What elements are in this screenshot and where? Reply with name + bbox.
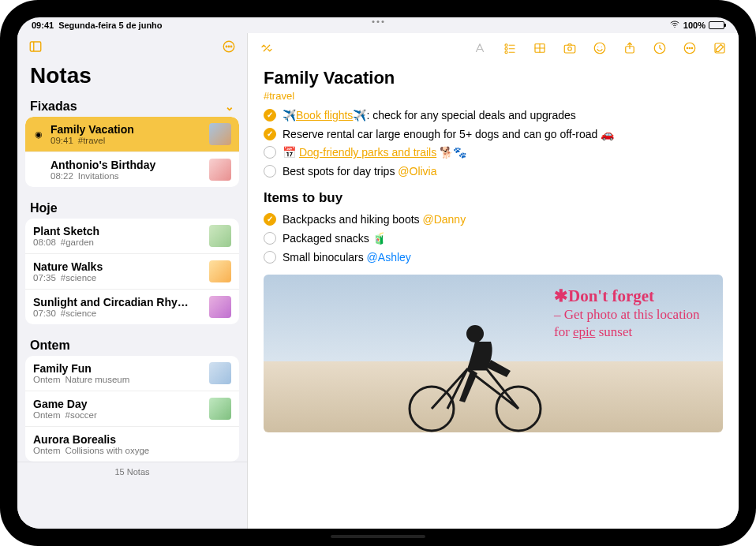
checkbox-icon[interactable] [264, 165, 276, 178]
svg-point-28 [466, 325, 484, 342]
note-tag[interactable]: #travel [264, 90, 723, 102]
wifi-icon [669, 19, 680, 32]
section-header-today: Hoje [17, 196, 247, 219]
note-title: Nature Walks [33, 260, 203, 273]
svg-rect-16 [564, 45, 575, 53]
check-item[interactable]: 📅 Dog-friendly parks and trails 🐕🐾 [264, 144, 723, 163]
section-header-pinned[interactable]: Fixadas ⌄ [17, 95, 247, 117]
note-thumbnail [209, 159, 231, 181]
svg-point-18 [594, 43, 605, 54]
note-row[interactable]: Plant Sketch 08:08#garden [25, 219, 239, 254]
handwritten-annotation: ✱Don't forget – Get photo at this locati… [554, 286, 712, 340]
note-title: Plant Sketch [33, 225, 203, 237]
mention-ashley[interactable]: @Ashley [367, 251, 411, 264]
check-item[interactable]: Packaged snacks 🧃 [264, 230, 723, 249]
battery-percent: 100% [683, 21, 705, 30]
checkbox-icon[interactable] [264, 232, 276, 245]
checklist-icon[interactable] [502, 40, 518, 56]
section-header-label: Hoje [30, 201, 58, 215]
multitask-pill[interactable] [372, 21, 384, 23]
svg-point-6 [230, 46, 232, 47]
camera-icon[interactable] [562, 40, 578, 56]
chevron-down-icon: ⌄ [225, 100, 234, 113]
note-title: Family Vacation [51, 123, 203, 136]
svg-rect-1 [30, 42, 41, 51]
checkbox-icon[interactable] [264, 146, 276, 159]
svg-point-5 [228, 46, 230, 47]
checkbox-icon[interactable] [264, 251, 276, 264]
checklist-travel: ✈️Book flights✈️: check for any special … [264, 107, 723, 181]
svg-point-4 [226, 46, 227, 47]
note-row[interactable]: Aurora Borealis OntemCollisions with oxy… [25, 427, 239, 462]
note-thumbnail [209, 296, 231, 318]
cyclist-silhouette [392, 298, 558, 432]
svg-point-11 [505, 51, 507, 54]
format-text-icon[interactable] [472, 40, 488, 56]
note-title: Sunlight and Circadian Rhy… [33, 296, 203, 309]
note-row[interactable]: Nature Walks 07:35#science [25, 254, 239, 290]
note-title: Game Day [33, 398, 203, 410]
note-thumbnail [209, 260, 231, 282]
note-subtitle: #travel [78, 136, 106, 145]
note-title: Anthonio's Birthday [51, 159, 203, 171]
more-icon[interactable] [682, 40, 698, 56]
svg-point-7 [505, 44, 507, 47]
mention-olivia[interactable]: @Olivia [398, 165, 436, 178]
checkbox-icon[interactable] [264, 128, 276, 140]
mention-danny[interactable]: @Danny [422, 213, 466, 226]
note-content: Family Vacation #travel ✈️Book flights✈️… [248, 33, 739, 529]
pin-icon: ◉ [33, 129, 44, 140]
note-thumbnail [209, 123, 231, 145]
expand-icon[interactable] [259, 40, 275, 56]
section-header-yesterday: Ontem [17, 334, 247, 356]
markup-icon[interactable] [592, 40, 608, 56]
section-header-label: Ontem [30, 338, 70, 353]
note-heading: Family Vacation [264, 68, 723, 88]
note-subtitle: Invitations [78, 171, 119, 181]
svg-point-17 [568, 47, 572, 51]
note-row[interactable]: Family Fun OntemNature museum [25, 356, 239, 391]
checkbox-icon[interactable] [264, 109, 276, 122]
section-header-label: Fixadas [30, 99, 77, 114]
share-icon[interactable] [622, 40, 638, 56]
status-time: 09:41 [32, 21, 54, 30]
battery-icon [709, 21, 724, 29]
status-bar: 09:41 Segunda-feira 5 de junho 100% [17, 17, 739, 33]
status-date: Segunda-feira 5 de junho [58, 21, 162, 30]
svg-point-24 [691, 47, 693, 49]
link-dog-parks[interactable]: Dog-friendly parks and trails [299, 146, 436, 159]
check-item[interactable]: Best spots for day trips @Olivia [264, 163, 723, 181]
svg-point-0 [674, 27, 675, 28]
check-item[interactable]: Reserve rental car large enough for 5+ d… [264, 125, 723, 144]
table-icon[interactable] [532, 40, 548, 56]
note-row-anthonios-birthday[interactable]: Anthonio's Birthday 08:22 Invitations [25, 152, 239, 187]
note-row[interactable]: Game Day Ontem#soccer [25, 391, 239, 427]
home-indicator[interactable] [331, 535, 425, 538]
more-options-icon[interactable] [222, 39, 236, 57]
link-book-flights[interactable]: Book flights [296, 109, 353, 122]
note-thumbnail [209, 398, 231, 420]
note-title: Family Fun [33, 362, 203, 375]
sidebar: Notas Fixadas ⌄ ◉ Family Vacation 09:41 … [17, 33, 248, 529]
check-item[interactable]: ✈️Book flights✈️: check for any special … [264, 107, 723, 125]
svg-point-9 [505, 47, 507, 50]
lock-icon[interactable] [652, 40, 668, 56]
note-thumbnail [209, 225, 231, 247]
note-row-family-vacation[interactable]: ◉ Family Vacation 09:41 #travel [25, 117, 239, 152]
svg-point-22 [687, 47, 688, 49]
sidebar-title: Notas [17, 63, 247, 95]
compose-icon[interactable] [712, 40, 728, 56]
note-title: Aurora Borealis [33, 433, 231, 446]
checkbox-icon[interactable] [264, 213, 276, 226]
check-item[interactable]: Small binoculars @Ashley [264, 249, 723, 267]
subheading-items: Items to buy [264, 190, 723, 206]
svg-point-23 [689, 47, 691, 49]
toggle-sidebar-icon[interactable] [28, 39, 43, 57]
note-thumbnail [209, 362, 231, 384]
note-time: 09:41 [51, 136, 73, 145]
note-row[interactable]: Sunlight and Circadian Rhy… 07:30#scienc… [25, 290, 239, 324]
sidebar-footer: 15 Notas [17, 462, 247, 481]
check-item[interactable]: Backpacks and hiking boots @Danny [264, 211, 723, 230]
image-attachment[interactable]: ✱Don't forget – Get photo at this locati… [264, 275, 723, 432]
note-editor[interactable]: Family Vacation #travel ✈️Book flights✈️… [248, 63, 739, 529]
